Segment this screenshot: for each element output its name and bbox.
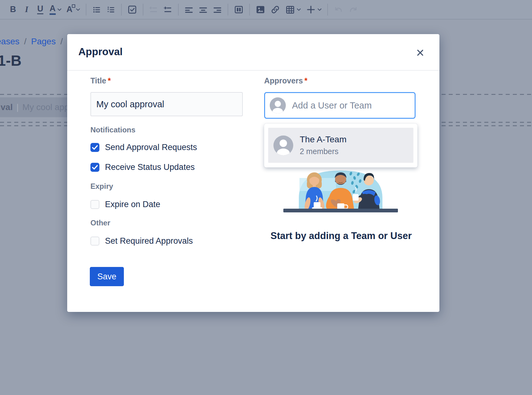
underline-icon: U	[37, 5, 43, 14]
send-approval-requests-checkbox-row[interactable]: Send Approval Requests	[90, 142, 244, 153]
plus-icon	[306, 5, 316, 15]
receive-status-updates-checkbox-row[interactable]: Receive Status Updates	[90, 162, 244, 173]
insert-button[interactable]	[303, 3, 324, 16]
empty-state-message: Start by adding a Team or User	[264, 230, 418, 242]
approvers-suggestions-dropdown: The A-Team 2 members	[264, 124, 417, 167]
italic-button[interactable]: I	[20, 3, 33, 16]
expiry-section-heading: Expiry	[90, 182, 244, 191]
editor-toolbar: B I U A A	[0, 0, 532, 20]
macro-label: val	[1, 102, 13, 112]
checkbox-checked-icon[interactable]	[90, 143, 99, 152]
table-button[interactable]	[283, 3, 303, 16]
image-icon	[255, 5, 265, 15]
toolbar-divider	[249, 4, 250, 16]
approvers-placeholder: Add a User or Team	[292, 100, 372, 111]
close-icon	[416, 48, 425, 57]
underline-button[interactable]: U	[33, 3, 47, 16]
image-button[interactable]	[253, 3, 268, 16]
required-asterisk: *	[304, 76, 307, 85]
breadcrumb-link-releases[interactable]: eases	[0, 37, 20, 47]
layouts-button[interactable]	[231, 3, 246, 16]
suggestion-the-a-team[interactable]: The A-Team 2 members	[268, 128, 413, 163]
dialog-left-column: Title* Notifications Send Approval Reque…	[90, 76, 244, 286]
link-button[interactable]	[268, 3, 283, 16]
table-icon	[285, 5, 295, 15]
chevron-down-icon	[297, 8, 301, 11]
layouts-icon	[234, 5, 244, 15]
align-center-icon	[198, 5, 208, 14]
undo-icon	[334, 5, 343, 15]
align-center-button[interactable]	[196, 3, 210, 16]
approvers-picker-input[interactable]: Add a User or Team	[264, 92, 416, 119]
title-input[interactable]	[90, 92, 243, 116]
toolbar-divider	[86, 4, 86, 16]
close-button[interactable]	[415, 47, 426, 58]
avatar-placeholder-icon	[270, 97, 286, 113]
text-color-icon: A	[50, 4, 56, 15]
task-list-icon	[127, 5, 137, 15]
macro-separator: |	[16, 102, 19, 112]
checkbox-label: Set Required Approvals	[105, 236, 193, 246]
notifications-section-heading: Notifications	[90, 126, 244, 134]
dialog-title: Approval	[78, 46, 123, 58]
chevron-down-icon	[76, 8, 80, 11]
title-field-label: Title*	[90, 76, 244, 85]
align-right-icon	[213, 5, 222, 14]
breadcrumb-separator: /	[60, 37, 63, 47]
bold-button[interactable]: B	[6, 3, 20, 16]
align-right-button[interactable]	[210, 3, 225, 16]
indent-button[interactable]	[161, 3, 175, 16]
checkbox-checked-icon[interactable]	[90, 163, 99, 172]
toolbar-divider	[121, 4, 122, 16]
more-formatting-button[interactable]: A	[64, 3, 83, 16]
team-illustration	[280, 167, 401, 212]
breadcrumb-link-pages[interactable]: Pages	[31, 37, 56, 47]
redo-icon	[348, 5, 358, 15]
chevron-down-icon	[57, 8, 62, 11]
outdent-button[interactable]	[146, 3, 161, 16]
dialog-right-column: Approvers* Add a User or Team The A-Team…	[264, 76, 418, 167]
suggestion-member-count: 2 members	[300, 147, 347, 156]
numbered-list-icon	[106, 5, 116, 14]
text-color-button[interactable]: A	[47, 3, 64, 16]
italic-icon: I	[25, 5, 28, 14]
align-left-icon	[184, 5, 194, 14]
team-avatar-icon	[273, 135, 293, 155]
expire-on-date-checkbox-row[interactable]: Expire on Date	[90, 199, 244, 210]
dialog-header: Approval	[67, 34, 439, 71]
bullet-list-button[interactable]	[89, 3, 104, 16]
toolbar-divider	[143, 4, 143, 16]
toolbar-divider	[178, 4, 179, 16]
required-asterisk: *	[108, 76, 111, 85]
suggestion-name: The A-Team	[300, 135, 347, 144]
align-left-button[interactable]	[182, 3, 196, 16]
link-icon	[270, 5, 280, 15]
checkbox-unchecked-icon[interactable]	[90, 200, 99, 209]
bullet-list-icon	[92, 5, 101, 14]
checkbox-unchecked-icon[interactable]	[90, 237, 99, 246]
approval-dialog: Approval Title* Notifications Send Appro…	[67, 34, 439, 312]
numbered-list-button[interactable]	[104, 3, 118, 16]
breadcrumb: eases / Pages / S	[0, 37, 73, 47]
chevron-down-icon	[317, 8, 322, 11]
redo-button[interactable]	[346, 3, 361, 16]
checkbox-label: Expire on Date	[105, 200, 160, 209]
indent-icon	[163, 5, 172, 14]
toolbar-divider	[228, 4, 228, 16]
other-section-heading: Other	[90, 219, 244, 227]
task-list-button[interactable]	[125, 3, 140, 16]
breadcrumb-separator: /	[24, 37, 27, 47]
approvers-field-label: Approvers*	[264, 76, 418, 85]
save-button[interactable]: Save	[90, 267, 124, 286]
bold-icon: B	[10, 5, 16, 14]
outdent-icon	[149, 5, 158, 14]
more-formatting-icon: A	[67, 5, 73, 14]
checkbox-label: Send Approval Requests	[105, 143, 197, 152]
undo-button[interactable]	[331, 3, 346, 16]
page-title: 1-B	[0, 52, 21, 69]
toolbar-divider	[327, 4, 328, 16]
set-required-approvals-checkbox-row[interactable]: Set Required Approvals	[90, 235, 244, 246]
checkbox-label: Receive Status Updates	[105, 162, 195, 172]
